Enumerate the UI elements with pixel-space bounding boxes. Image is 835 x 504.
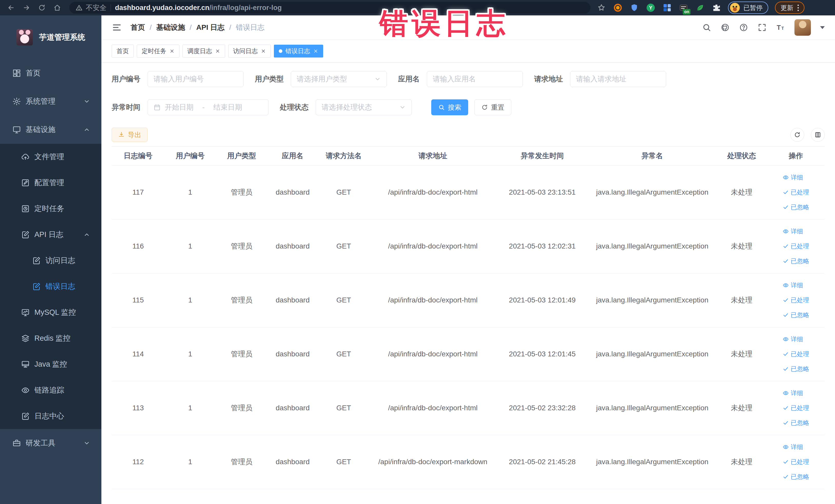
action-detail-link[interactable]: 详细 (782, 389, 803, 397)
close-icon[interactable] (261, 48, 266, 54)
sidebar-item-redis-monitor[interactable]: Redis 监控 (0, 325, 101, 351)
extension-y-icon[interactable]: Y (646, 3, 656, 13)
process-status-select[interactable]: 请选择处理状态 (316, 99, 412, 115)
fullscreen-icon[interactable] (757, 23, 767, 32)
request-url-field: 请求地址 请输入请求地址 (534, 71, 666, 87)
tab-4[interactable]: 错误日志 (274, 45, 323, 58)
close-icon[interactable] (313, 48, 318, 54)
sidebar-item-dev-tools[interactable]: 研发工具 (0, 429, 101, 457)
cell-actions: 详细已处理已忽略 (767, 273, 825, 327)
cell-method: GET (318, 327, 369, 381)
exception-time-range-input[interactable]: 开始日期 - 结束日期 (148, 99, 268, 115)
refresh-button[interactable] (790, 128, 804, 142)
main-panel: 首页 / 基础设施 / API 日志 / 错误日志 TT (101, 15, 835, 504)
close-icon[interactable] (215, 48, 220, 54)
sidebar-item-config-management[interactable]: 配置管理 (0, 170, 101, 196)
breadcrumb: 首页 / 基础设施 / API 日志 / 错误日志 (131, 23, 265, 32)
action-detail-link[interactable]: 详细 (782, 227, 803, 236)
end-date-placeholder: 结束日期 (213, 102, 242, 112)
action-status-link[interactable]: 已处理 (782, 188, 809, 196)
sidebar-toggle-icon[interactable] (111, 22, 122, 33)
action-status-link[interactable]: 已处理 (782, 404, 809, 412)
action-status-link[interactable]: 已处理 (782, 296, 809, 304)
reload-icon[interactable] (36, 2, 48, 14)
user-id-input[interactable]: 请输入用户编号 (148, 71, 244, 87)
action-status-link[interactable]: 已处理 (782, 458, 809, 466)
breadcrumb-item[interactable]: 首页 (131, 23, 145, 32)
forward-icon[interactable] (21, 2, 32, 14)
user-type-select[interactable]: 请选择用户类型 (291, 71, 387, 87)
extension-grid-icon[interactable] (662, 3, 672, 13)
action-status-link[interactable]: 已处理 (782, 242, 809, 250)
sidebar-item-java-monitor[interactable]: Java 监控 (0, 351, 101, 377)
extension-toggle-icon[interactable]: on (679, 3, 688, 13)
github-icon[interactable] (720, 23, 730, 32)
home-icon[interactable] (51, 2, 63, 14)
close-icon[interactable] (169, 48, 175, 54)
tab-3[interactable]: 访问日志 (228, 45, 271, 58)
breadcrumb-separator: / (229, 23, 231, 32)
font-size-icon[interactable]: TT (776, 23, 785, 32)
search-icon[interactable] (702, 23, 711, 32)
update-button[interactable]: 更新 (775, 2, 805, 14)
sidebar-item-infrastructure[interactable]: 基础设施 (0, 116, 101, 144)
search-button[interactable]: 搜索 (431, 99, 468, 115)
sidebar-item-scheduled-jobs[interactable]: 定时任务 (0, 196, 101, 222)
url-path: /infra/log/api-error-log (209, 4, 282, 12)
breadcrumb-item[interactable]: API 日志 (196, 23, 225, 32)
sidebar-item-system[interactable]: 系统管理 (0, 87, 101, 116)
reset-button[interactable]: 重置 (474, 99, 511, 115)
user-avatar[interactable] (794, 19, 811, 36)
action-status-link[interactable]: 已忽略 (782, 257, 809, 265)
extension-leaf-icon[interactable] (695, 3, 705, 13)
menu-dots-icon[interactable] (797, 5, 799, 11)
extension-ring-icon[interactable] (613, 3, 623, 13)
dropdown-caret-icon[interactable] (820, 26, 825, 29)
action-status-link[interactable]: 已忽略 (782, 473, 809, 481)
column-settings-button[interactable] (811, 128, 825, 142)
svg-text:T: T (781, 26, 784, 31)
profile-paused-button[interactable]: 已暂停 (728, 2, 768, 14)
action-detail-link[interactable]: 详细 (782, 281, 803, 289)
cell-app: dashboard (267, 165, 318, 219)
action-status-link[interactable]: 已忽略 (782, 203, 809, 211)
process-status-label: 处理状态 (280, 102, 308, 112)
select-placeholder: 请选择用户类型 (297, 74, 347, 84)
extensions-puzzle-icon[interactable] (712, 3, 721, 13)
sidebar-item-tracing[interactable]: 链路追踪 (0, 377, 101, 403)
sidebar-item-home[interactable]: 首页 (0, 59, 101, 87)
action-detail-link[interactable]: 详细 (782, 443, 803, 451)
app-name-input[interactable]: 请输入应用名 (427, 71, 523, 87)
request-url-input[interactable]: 请输入请求地址 (570, 71, 666, 87)
sidebar-item-label: API 日志 (34, 229, 63, 240)
action-status-link[interactable]: 已忽略 (782, 365, 809, 373)
bookmark-star-icon[interactable] (596, 3, 606, 13)
select-placeholder: 请选择处理状态 (322, 102, 372, 112)
cell-app: dashboard (267, 435, 318, 489)
extension-shield-icon[interactable] (629, 3, 639, 13)
back-icon[interactable] (5, 2, 17, 14)
doc-edit-icon (21, 412, 30, 421)
action-detail-link[interactable]: 详细 (782, 173, 803, 182)
action-detail-link[interactable]: 详细 (782, 335, 803, 343)
sidebar-item-file-management[interactable]: 文件管理 (0, 144, 101, 170)
sidebar-item-access-log[interactable]: 访问日志 (0, 247, 101, 274)
address-bar[interactable]: 不安全 dashboard.yudao.iocoder.cn/infra/log… (69, 2, 590, 14)
cell-user_id: 1 (165, 219, 216, 273)
sidebar-item-api-log[interactable]: API 日志 (0, 222, 101, 247)
tab-1[interactable]: 定时任务 (137, 45, 179, 58)
action-status-link[interactable]: 已处理 (782, 350, 809, 358)
sidebar-item-log-center[interactable]: 日志中心 (0, 403, 101, 429)
export-button-label: 导出 (128, 130, 141, 139)
breadcrumb-item[interactable]: 基础设施 (156, 23, 185, 32)
tab-2[interactable]: 调度日志 (183, 45, 225, 58)
cell-method: GET (318, 165, 369, 219)
sidebar-item-mysql-monitor[interactable]: MySQL 监控 (0, 299, 101, 325)
export-button[interactable]: 导出 (111, 127, 148, 142)
sidebar-item-error-log[interactable]: 错误日志 (0, 274, 101, 299)
help-icon[interactable] (739, 23, 748, 32)
action-status-link[interactable]: 已忽略 (782, 419, 809, 427)
action-status-link[interactable]: 已忽略 (782, 311, 809, 319)
reset-button-label: 重置 (491, 103, 504, 112)
tab-0[interactable]: 首页 (111, 45, 134, 58)
